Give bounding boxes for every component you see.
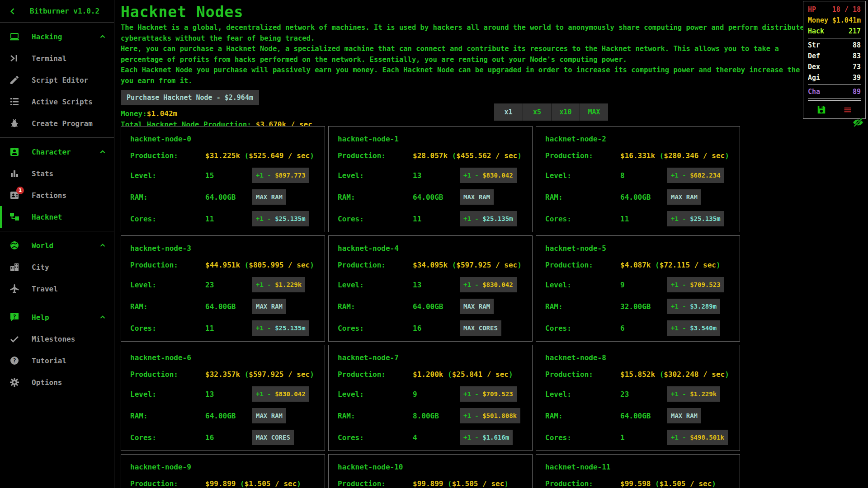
overview-stat-name: Money [808, 15, 828, 26]
stat-value: 13 [205, 390, 252, 399]
node-stat-row: Level: 13 +1 - $830.042 [130, 383, 317, 405]
upgrade-ram-button[interactable]: MAX RAM [252, 408, 286, 423]
upgrade-cost: $709.523 [690, 281, 720, 288]
sidebar-item-terminal[interactable]: Terminal [0, 47, 114, 69]
sidebar-item-label: Factions [32, 191, 66, 200]
purchase-hacknet-node-button[interactable]: Purchase Hacknet Node - $2.964m [121, 90, 259, 105]
upgrade-cores-button[interactable]: MAX CORES [460, 320, 501, 336]
upgrade-cores-button[interactable]: MAX CORES [252, 430, 294, 445]
upgrade-cores-button[interactable]: +1 - $1.616m [460, 430, 513, 445]
sidebar-item-factions[interactable]: 1 Factions [0, 184, 114, 206]
save-game-icon[interactable] [816, 105, 826, 115]
sidebar-section-header-help[interactable]: ? Help [0, 306, 114, 328]
upgrade-ram-button[interactable]: MAX RAM [460, 189, 494, 205]
overview-actions [808, 102, 861, 115]
upgrade-cores-button[interactable]: +1 - $25.135m [667, 211, 724, 226]
upgrade-level-button[interactable]: +1 - $709.523 [667, 277, 724, 292]
upgrade-cores-button[interactable]: +1 - $25.135m [252, 320, 309, 336]
upgrade-increment-label: +1 - [256, 281, 275, 288]
stat-value: 15 [205, 171, 252, 180]
stat-label: RAM: [338, 412, 413, 420]
upgrade-ram-button[interactable]: MAX RAM [667, 408, 701, 423]
sidebar-header: Bitburner v1.0.2 [0, 0, 114, 23]
sidebar-item-active-scripts[interactable]: Active Scripts [0, 91, 114, 113]
sidebar-section-items: Stats 1 Factions Hacknet [0, 163, 114, 228]
sidebar-item-script-editor[interactable]: Script Editor [0, 69, 114, 91]
sidebar-section-header-character[interactable]: Character [0, 141, 114, 163]
sidebar-item-milestones[interactable]: Milestones [0, 328, 114, 350]
laptop-icon [9, 31, 20, 42]
hacknet-node-card-3: hacknet-node-3 Production: $44.951k ( $8… [121, 235, 325, 342]
node-stats: Level: 8 +1 - $682.234 RAM: 64.00GB MAX … [543, 164, 732, 230]
multiplier-max-button[interactable]: MAX [580, 103, 608, 121]
page-title: Hacknet Nodes [121, 4, 868, 21]
stat-label: RAM: [545, 302, 620, 311]
hacknet-node-grid: hacknet-node-0 Production: $31.225k ( $5… [121, 126, 742, 488]
back-chevron-icon[interactable] [8, 7, 17, 16]
sidebar-item-city[interactable]: City [0, 256, 114, 278]
node-stats: Level: 9 +1 - $709.523 RAM: 8.00GB +1 - … [336, 383, 525, 448]
node-name: hacknet-node-4 [338, 244, 525, 253]
hacknet-node-card-7: hacknet-node-7 Production: $1.200k ( $25… [328, 345, 533, 451]
overview-stat-name: Cha [808, 86, 820, 97]
node-stat-row: RAM: 64.00GB MAX RAM [338, 296, 525, 317]
upgrade-ram-button[interactable]: MAX RAM [667, 189, 701, 205]
sidebar-section-header-world[interactable]: World [0, 235, 114, 256]
sidebar-item-stats[interactable]: Stats [0, 163, 114, 184]
upgrade-ram-button[interactable]: +1 - $501.808k [460, 408, 520, 423]
upgrade-level-button[interactable]: +1 - $897.773 [252, 168, 309, 183]
upgrade-level-button[interactable]: +1 - $709.523 [460, 386, 517, 402]
upgrade-ram-button[interactable]: MAX RAM [252, 189, 286, 205]
upgrade-level-button[interactable]: +1 - $682.234 [667, 168, 724, 183]
production-label: Production: [130, 479, 205, 488]
svg-text:?: ? [13, 357, 16, 364]
stat-value: 64.00GB [205, 193, 252, 202]
kill-scripts-icon[interactable] [843, 105, 852, 114]
upgrade-level-button[interactable]: +1 - $830.042 [460, 168, 517, 183]
visibility-off-icon[interactable] [852, 117, 864, 128]
production-label: Production: [545, 370, 620, 379]
overview-stat-value: 217 [849, 26, 861, 37]
sidebar-section-items: City Travel [0, 256, 114, 300]
app-title: Bitburner v1.0.2 [30, 7, 99, 15]
multiplier-x5-button[interactable]: x5 [523, 103, 551, 121]
upgrade-level-button[interactable]: +1 - $1.229k [667, 386, 720, 402]
sidebar-section-header-hacking[interactable]: Hacking [0, 26, 114, 47]
sidebar-item-tutorial[interactable]: ? Tutorial [0, 350, 114, 371]
paren-close: ) [509, 370, 513, 379]
stat-label: Cores: [338, 433, 413, 442]
sidebar-item-create-program[interactable]: Create Program [0, 113, 114, 134]
bar-chart-icon [9, 168, 20, 179]
upgrade-cores-button[interactable]: +1 - $498.501k [667, 430, 728, 445]
sidebar-item-options[interactable]: Options [0, 371, 114, 393]
upgrade-ram-button[interactable]: MAX RAM [460, 299, 494, 314]
production-rate: $1.505 / sec [452, 479, 505, 488]
sidebar-item-hacknet[interactable]: Hacknet [0, 206, 114, 228]
upgrade-level-button[interactable]: +1 - $1.229k [252, 277, 305, 292]
sidebar-item-label: Active Scripts [32, 98, 93, 106]
node-production-row: Production: $4.087k ( $72.115 / sec ) [545, 261, 732, 269]
upgrade-ram-button[interactable]: +1 - $3.289m [667, 299, 720, 314]
node-production-row: Production: $28.057k ( $455.562 / sec ) [338, 151, 525, 160]
multiplier-x10-button[interactable]: x10 [551, 103, 580, 121]
paren-open: ( [443, 370, 452, 379]
multiplier-x1-button[interactable]: x1 [494, 103, 523, 121]
upgrade-cores-button[interactable]: +1 - $25.135m [460, 211, 517, 226]
production-label: Production: [338, 479, 413, 488]
upgrade-level-button[interactable]: +1 - $830.042 [252, 386, 309, 402]
production-total: $99.598 [620, 479, 651, 488]
upgrade-cores-button[interactable]: +1 - $3.540m [667, 320, 720, 336]
max-ram-label: MAX RAM [463, 303, 490, 310]
upgrade-increment-label: +1 - [256, 215, 275, 222]
upgrade-cores-button[interactable]: +1 - $25.135m [252, 211, 309, 226]
paren-open: ( [651, 479, 659, 488]
node-production-row: Production: $99.899 ( $1.505 / sec ) [338, 479, 525, 488]
hacknet-node-card-9: hacknet-node-9 Production: $99.899 ( $1.… [121, 454, 325, 488]
upgrade-level-button[interactable]: +1 - $830.042 [460, 277, 517, 292]
stat-label: Cores: [545, 433, 620, 442]
notification-badge: 1 [16, 187, 24, 194]
production-total: $34.095k [413, 261, 448, 269]
sidebar-item-travel[interactable]: Travel [0, 278, 114, 300]
gear-icon [9, 377, 20, 388]
upgrade-ram-button[interactable]: MAX RAM [252, 299, 286, 314]
